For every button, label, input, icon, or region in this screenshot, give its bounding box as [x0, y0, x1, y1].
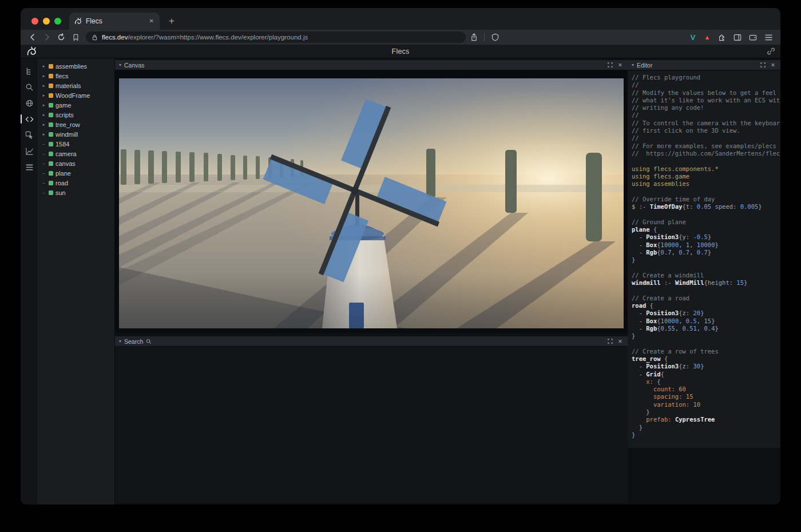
- wallet-icon[interactable]: [747, 31, 759, 43]
- rail-code-icon[interactable]: [21, 113, 38, 125]
- tree-item-label: camera: [55, 150, 77, 157]
- tree-item[interactable]: ▸game: [38, 100, 114, 110]
- tree-item-label: sun: [55, 189, 66, 196]
- sidebar-toggle-icon[interactable]: [731, 31, 744, 43]
- rail-stats-icon[interactable]: [21, 145, 38, 157]
- expand-arrow-icon[interactable]: ▸: [41, 103, 46, 108]
- tree-item[interactable]: –sun: [38, 188, 114, 197]
- code-line: - Box{10000, 0.5, 15}: [632, 317, 780, 325]
- code-line: //: [632, 134, 780, 142]
- permalink-icon[interactable]: [767, 47, 775, 55]
- zoom-window-button[interactable]: [54, 18, 61, 25]
- tree-item-label: road: [55, 180, 68, 186]
- canvas-fullscreen-icon[interactable]: [606, 62, 614, 68]
- search-panel-body: [115, 347, 628, 503]
- flecs-logo-icon[interactable]: [26, 46, 37, 57]
- explorer-content: ▸assemblies▸flecs▸materials▸WoodFrame▸ga…: [21, 58, 780, 505]
- collapse-caret-icon[interactable]: ▾: [119, 339, 121, 344]
- code-line: [632, 157, 780, 165]
- tree-item[interactable]: –plane: [38, 168, 114, 178]
- rewards-icon[interactable]: ▲: [701, 34, 713, 41]
- tree-item-label: plane: [55, 170, 71, 177]
- tab-favicon-flecs-logo-icon: [74, 17, 82, 25]
- share-button[interactable]: [467, 31, 480, 43]
- reload-button[interactable]: [55, 31, 68, 43]
- canvas-close-icon[interactable]: ✕: [617, 62, 624, 68]
- rail-entities-icon[interactable]: [21, 65, 38, 77]
- search-close-icon[interactable]: ✕: [617, 339, 624, 344]
- tree-item-label: game: [55, 102, 72, 109]
- rail-search-icon[interactable]: [21, 81, 38, 93]
- forward-button[interactable]: [41, 31, 53, 43]
- collapse-caret-icon[interactable]: ▾: [119, 62, 121, 68]
- browser-toolbar: flecs.dev/explorer/?wasm=https://www.fle…: [21, 30, 780, 45]
- editor-code[interactable]: // Flecs playground//// Modify the value…: [628, 70, 780, 448]
- rail-world-icon[interactable]: [21, 97, 38, 109]
- extensions-puzzle-icon[interactable]: [716, 31, 728, 43]
- rail-log-icon[interactable]: [21, 161, 38, 173]
- canvas-3d-scene[interactable]: [119, 78, 624, 328]
- code-line: plane {: [632, 226, 780, 233]
- tree-item[interactable]: –canvas: [38, 158, 114, 168]
- code-line: // Flecs playground: [632, 74, 780, 81]
- menu-button[interactable]: [762, 31, 775, 43]
- expand-arrow-icon[interactable]: ▸: [41, 64, 46, 69]
- entity-color-square: [49, 171, 53, 176]
- code-line: spacing: 15: [632, 393, 780, 400]
- tree-item[interactable]: –road: [38, 178, 114, 188]
- tab-close-icon[interactable]: ✕: [148, 17, 155, 25]
- tree-item[interactable]: ▸materials: [38, 81, 114, 90]
- entity-color-square: [49, 74, 53, 78]
- code-line: [632, 211, 780, 218]
- tree-item-label: WoodFrame: [55, 92, 90, 99]
- extension-v-icon[interactable]: V: [687, 33, 699, 42]
- tree-item[interactable]: ▸WoodFrame: [38, 90, 114, 100]
- entity-color-square: [49, 142, 53, 146]
- tree-item-label: materials: [55, 82, 81, 89]
- code-line: //: [632, 81, 780, 89]
- bookmark-icon[interactable]: [69, 31, 82, 43]
- collapse-caret-icon[interactable]: ▾: [632, 62, 634, 68]
- tree-item[interactable]: ▸flecs: [38, 71, 114, 81]
- close-window-button[interactable]: [31, 18, 38, 25]
- expand-arrow-icon[interactable]: ▸: [41, 132, 46, 137]
- canvas-panel-title: Canvas: [124, 62, 145, 69]
- code-line: [632, 287, 780, 294]
- window-controls: [21, 18, 69, 30]
- leaf-dash-icon: –: [41, 171, 46, 175]
- entity-color-square: [49, 181, 53, 185]
- leaf-dash-icon: –: [41, 181, 46, 185]
- rail-inspect-icon[interactable]: [21, 129, 38, 141]
- expand-arrow-icon[interactable]: ▸: [41, 93, 46, 98]
- tab-title: Flecs: [86, 17, 144, 25]
- editor-fullscreen-icon[interactable]: [759, 62, 767, 68]
- code-line: - Grid{: [632, 371, 780, 378]
- tree-item[interactable]: ▸tree_row: [38, 120, 114, 129]
- tree-item[interactable]: ▸scripts: [38, 110, 114, 120]
- search-fullscreen-icon[interactable]: [606, 339, 614, 344]
- entity-color-square: [49, 103, 53, 108]
- code-line: using assemblies: [632, 180, 780, 188]
- center-column: ▾ Canvas ✕: [115, 58, 628, 505]
- back-button[interactable]: [26, 31, 39, 43]
- tree-item[interactable]: ▸assemblies: [38, 61, 114, 71]
- code-line: - Rgb{0.7, 0.7, 0.7}: [632, 249, 780, 256]
- address-bar[interactable]: flecs.dev/explorer/?wasm=https://www.fle…: [86, 31, 466, 43]
- expand-arrow-icon[interactable]: ▸: [41, 122, 46, 127]
- minimize-window-button[interactable]: [43, 18, 50, 25]
- tree-item[interactable]: ▸windmill: [38, 129, 114, 139]
- tree-item-label: windmill: [55, 131, 78, 138]
- new-tab-button[interactable]: +: [164, 14, 179, 29]
- browser-tab[interactable]: Flecs ✕: [69, 13, 160, 30]
- tree-item[interactable]: –camera: [38, 149, 114, 158]
- canvas-panel-body: [115, 70, 628, 333]
- editor-close-icon[interactable]: ✕: [770, 62, 776, 68]
- shield-icon[interactable]: [489, 31, 501, 43]
- expand-arrow-icon[interactable]: ▸: [41, 84, 46, 88]
- tree-item[interactable]: –1584: [38, 139, 114, 149]
- code-line: // Create a road: [632, 295, 780, 302]
- code-line: prefab: CypressTree: [632, 416, 780, 423]
- code-line: // To control the camera with the keyboa…: [632, 120, 780, 127]
- expand-arrow-icon[interactable]: ▸: [41, 113, 46, 117]
- expand-arrow-icon[interactable]: ▸: [41, 74, 46, 78]
